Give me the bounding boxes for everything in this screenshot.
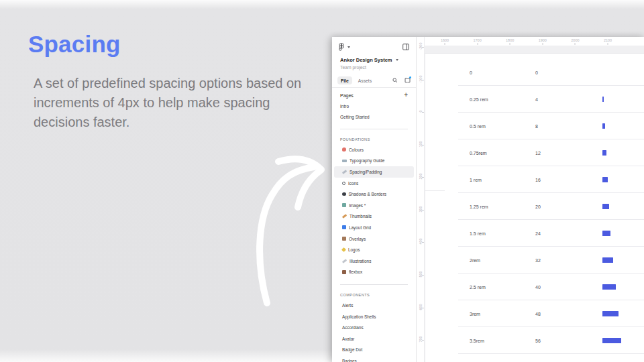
h-ruler-label: 2100 xyxy=(604,38,612,42)
page-description: A set of predefined spacing options base… xyxy=(34,74,325,132)
spacing-table: 000.25 rem40.5 rem80.75rem121 rem161.25 … xyxy=(458,59,644,354)
figma-sidebar: Ankor Design System Team project File As… xyxy=(332,37,417,362)
grid-icon xyxy=(342,225,346,229)
sidebar-item-icons[interactable]: Icons xyxy=(334,178,414,189)
h-ruler-tick xyxy=(575,43,576,45)
v-ruler-label: 100 xyxy=(419,140,423,148)
pages-header-label: Pages xyxy=(340,93,354,98)
spacing-rem-value: 0.25 rem xyxy=(470,97,488,101)
h-ruler-tick xyxy=(445,43,445,45)
sidebar-item-typography-guide[interactable]: Typography Guide xyxy=(334,156,414,167)
sidebar-item-logos[interactable]: Logos xyxy=(334,244,414,255)
h-ruler-tick xyxy=(608,43,608,45)
spacing-px-value: 56 xyxy=(535,338,541,343)
brush-icon xyxy=(342,215,347,219)
sidebar-item-colours[interactable]: Colours xyxy=(334,144,414,156)
sidebar-item-label: Illustrations xyxy=(350,259,371,263)
overlay-icon xyxy=(342,237,346,241)
search-icon[interactable] xyxy=(392,78,398,83)
sidebar-item-badges[interactable]: Badges xyxy=(334,355,414,362)
spacing-bar xyxy=(602,284,616,290)
sidebar-item-label: Accordians xyxy=(342,325,364,330)
v-ruler-tick xyxy=(422,145,424,145)
sidebar-item-shadows-borders[interactable]: Shadows & Borders xyxy=(334,188,414,200)
table-row: 0.5 rem8 xyxy=(458,113,644,139)
design-canvas[interactable]: 160017001800190020002100 -200-1000100200… xyxy=(417,37,644,362)
sidebar-item-label: Logos xyxy=(348,247,360,252)
sidebar-tabs: File Assets xyxy=(332,74,416,88)
layout-panel-toggle-icon[interactable] xyxy=(402,44,409,50)
add-page-button[interactable]: + xyxy=(404,93,408,98)
spacing-bar xyxy=(602,257,613,263)
page-item-intro[interactable]: Intro xyxy=(332,101,416,112)
table-row: 00 xyxy=(458,59,644,86)
table-row: 1.5 rem24 xyxy=(458,220,644,247)
v-ruler-tick xyxy=(422,177,424,178)
h-ruler-label: 1700 xyxy=(473,38,481,42)
h-ruler-label: 1600 xyxy=(441,38,449,42)
spacing-rem-value: 1 rem xyxy=(470,177,482,182)
v-ruler-label: 700 xyxy=(419,335,423,343)
table-row: 3rem48 xyxy=(458,300,644,327)
v-ruler-tick xyxy=(422,112,424,113)
sidebar-item-layout-grid[interactable]: Layout Grid xyxy=(334,222,414,233)
file-name[interactable]: Ankor Design System xyxy=(340,57,408,63)
sparkle-icon xyxy=(341,247,346,252)
spacing-px-value: 40 xyxy=(535,284,541,289)
pencil-icon xyxy=(342,259,347,263)
h-ruler-label: 1800 xyxy=(506,38,514,42)
sidebar-item-label: Icons xyxy=(348,181,358,186)
vertical-ruler: -200-1000100200300400500600700 xyxy=(417,37,425,362)
pages-list: IntroGetting Started xyxy=(332,101,416,122)
sidebar-item-flexbox[interactable]: flexbox xyxy=(334,267,414,278)
h-ruler-tick xyxy=(542,43,543,45)
spacing-rem-value: 1.5 rem xyxy=(470,231,486,235)
sidebar-item-label: Avatar xyxy=(342,337,354,341)
sidebar-item-thumbnails[interactable]: Thumbnails xyxy=(334,211,414,223)
file-name-caret-icon xyxy=(396,59,398,61)
sidebar-item-spacing-padding[interactable]: Spacing/Padding xyxy=(334,166,414,178)
v-ruler-label: 500 xyxy=(419,270,423,278)
keyboard-icon xyxy=(342,160,347,163)
h-ruler-label: 2000 xyxy=(571,38,579,42)
section-header-components: COMPONENTS xyxy=(332,290,416,300)
ruler-icon xyxy=(342,170,347,174)
sidebar-item-overlays[interactable]: Overlays xyxy=(334,233,414,245)
sidebar-item-label: Badges xyxy=(342,359,357,362)
sidebar-item-label: Application Shells xyxy=(342,314,376,319)
sidebar-item-illustrations[interactable]: Illustrations xyxy=(334,255,414,267)
library-icon[interactable] xyxy=(401,78,411,84)
sidebar-item-label: Shadows & Borders xyxy=(349,192,386,196)
v-ruler-label: 300 xyxy=(419,205,423,213)
spacing-px-value: 32 xyxy=(535,257,541,262)
sidebar-item-label: Spacing/Padding xyxy=(350,170,382,174)
spacing-px-value: 20 xyxy=(535,204,541,208)
v-ruler-tick xyxy=(422,47,424,48)
sidebar-item-alerts[interactable]: Alerts xyxy=(334,300,414,311)
tab-file[interactable]: File xyxy=(337,76,352,84)
sidebar-item-application-shells[interactable]: Application Shells xyxy=(334,311,414,322)
spacing-rem-value: 1.25 rem xyxy=(470,204,488,208)
v-ruler-tick xyxy=(422,80,424,80)
spacing-px-value: 24 xyxy=(535,231,541,235)
page-item-getting-started[interactable]: Getting Started xyxy=(332,112,416,123)
table-row: 3.5rem56 xyxy=(458,327,644,354)
sidebar-item-images-[interactable]: Images * xyxy=(334,200,414,211)
library-notification-dot xyxy=(409,76,411,78)
figma-logo-icon[interactable] xyxy=(339,43,344,51)
tab-assets[interactable]: Assets xyxy=(355,76,375,84)
sidebar-item-accordians[interactable]: Accordians xyxy=(334,322,414,333)
gear-icon xyxy=(342,182,345,185)
main-menu-caret-icon[interactable] xyxy=(347,46,350,48)
sidebar-item-avatar[interactable]: Avatar xyxy=(334,333,414,345)
h-ruler-label: 1900 xyxy=(539,38,547,42)
table-row: 2rem32 xyxy=(458,247,644,274)
sidebar-item-badge-dot[interactable]: Badge Dot xyxy=(334,345,414,356)
frame-header-band xyxy=(425,46,644,54)
spacing-rem-value: 3rem xyxy=(470,311,480,316)
table-row: 1.25 rem20 xyxy=(458,193,644,220)
sidebar-item-label: Thumbnails xyxy=(350,214,372,219)
table-row: 1 rem16 xyxy=(458,166,644,193)
sidebar-item-label: Badge Dot xyxy=(342,347,362,352)
sidebar-toolbar xyxy=(332,37,416,57)
